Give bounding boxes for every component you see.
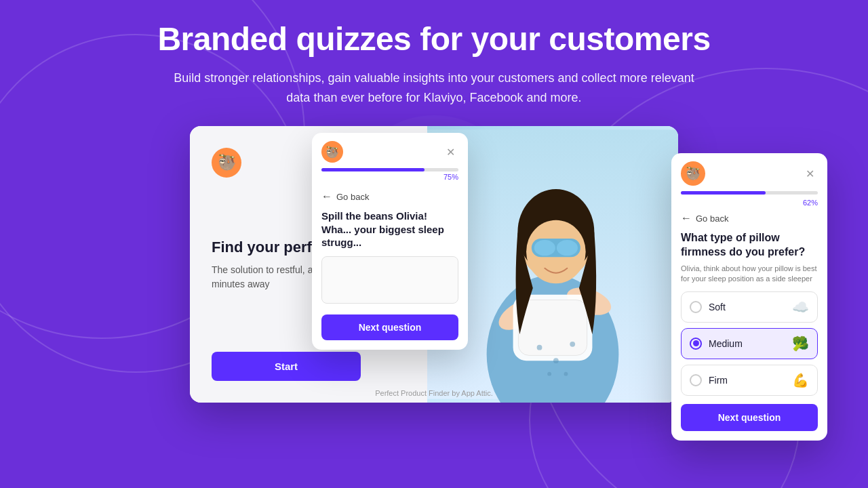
option-firm[interactable]: Firm 💪 (681, 365, 818, 396)
option-soft-label: Soft (709, 302, 726, 312)
firm-next-button[interactable]: Next question (681, 404, 818, 431)
firm-go-back[interactable]: ← Go back (671, 209, 827, 227)
quiz-footer: Perfect Product Finder by App Attic. (190, 389, 678, 397)
soft-icon: ☁️ (792, 299, 809, 315)
svg-point-12 (537, 345, 542, 350)
cards-row: 🦥 Find your perfect pillow The solution … (0, 126, 868, 403)
mid-next-button[interactable]: Next question (321, 314, 458, 340)
option-soft[interactable]: Soft ☁️ (681, 291, 818, 323)
svg-point-16 (564, 372, 568, 376)
svg-rect-5 (518, 300, 587, 356)
firm-close-button[interactable]: ✕ (802, 165, 818, 182)
mid-close-button[interactable]: ✕ (442, 144, 458, 160)
page-content: Branded quizzes for your customers Build… (0, 0, 868, 488)
mid-progress-fill (321, 168, 425, 171)
radio-medium (690, 338, 702, 350)
medium-icon: 🥦 (792, 336, 809, 352)
firm-question: What type of pillow firmness do you pref… (671, 227, 827, 262)
option-firm-label: Firm (709, 375, 728, 386)
firm-progress-track (681, 191, 818, 195)
firm-back-arrow-icon: ← (681, 212, 692, 224)
mid-progress-track (321, 168, 458, 171)
radio-firm (690, 374, 702, 386)
option-medium-left: Medium (690, 338, 743, 350)
radio-soft (690, 301, 702, 313)
option-soft-left: Soft (690, 301, 726, 313)
firm-progress-label: 62% (681, 199, 818, 207)
svg-point-11 (557, 240, 578, 256)
firm-card-header: 🦥 ✕ (671, 153, 827, 191)
svg-point-14 (570, 342, 575, 347)
firmness-quiz-card: 🦥 ✕ 62% ← Go back What type of pillow fi… (671, 153, 827, 440)
mid-go-back[interactable]: ← Go back (312, 186, 468, 207)
back-arrow-icon: ← (321, 190, 332, 203)
svg-point-10 (534, 240, 555, 256)
option-firm-left: Firm (690, 374, 728, 386)
firm-icon: 💪 (792, 372, 809, 388)
start-button[interactable]: Start (212, 352, 361, 381)
radio-medium-dot (693, 340, 699, 346)
hero-section: Branded quizzes for your customers Build… (157, 0, 710, 107)
mid-progress-label: 75% (321, 173, 458, 181)
option-medium[interactable]: Medium 🥦 (681, 328, 818, 359)
main-card-logo: 🦥 (212, 148, 241, 178)
hero-title: Branded quizzes for your customers (157, 22, 710, 58)
mid-quiz-card: 🦥 ✕ 75% ← Go back Spill the beans Olivia… (312, 133, 468, 350)
svg-point-15 (547, 372, 551, 376)
option-medium-label: Medium (709, 338, 743, 349)
mid-card-logo: 🦥 (321, 141, 343, 163)
mid-progress-container: 75% (312, 168, 468, 186)
svg-point-13 (553, 359, 559, 364)
mid-card-header: 🦥 ✕ (312, 133, 468, 168)
mid-answer-textarea[interactable] (321, 256, 458, 304)
firm-progress-fill (681, 191, 766, 195)
hero-subtitle: Build stronger relationships, gain valua… (170, 68, 698, 108)
firm-card-logo: 🦥 (681, 161, 705, 186)
mid-question: Spill the beans Olivia! Wha... your bigg… (312, 207, 468, 256)
firm-subtext: Olivia, think about how your pillow is b… (671, 262, 827, 291)
